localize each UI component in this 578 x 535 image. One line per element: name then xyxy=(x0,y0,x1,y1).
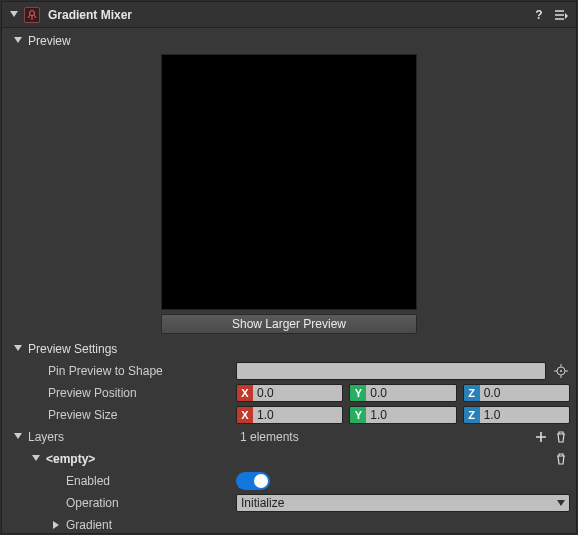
toggle-knob xyxy=(254,474,268,488)
hamburger-icon xyxy=(554,8,568,22)
target-icon xyxy=(554,364,568,378)
preview-size-x-value: 1.0 xyxy=(253,407,342,423)
axis-y-badge: Y xyxy=(350,385,366,401)
trash-icon xyxy=(555,453,567,465)
caret-down-icon[interactable] xyxy=(12,431,24,443)
caret-down-icon xyxy=(12,35,24,47)
preview-position-x-input[interactable]: X 0.0 xyxy=(236,384,343,402)
show-larger-preview-button[interactable]: Show Larger Preview xyxy=(161,314,417,334)
preview-position-row: Preview Position X 0.0 Y 0.0 Z 0.0 xyxy=(8,382,570,404)
preview-position-x-value: 0.0 xyxy=(253,385,342,401)
preview-position-y-input[interactable]: Y 0.0 xyxy=(349,384,456,402)
pin-preview-label: Pin Preview to Shape xyxy=(48,364,236,378)
pin-preview-input[interactable] xyxy=(236,362,546,380)
add-layer-button[interactable] xyxy=(534,430,548,444)
preview-size-x-input[interactable]: X 1.0 xyxy=(236,406,343,424)
layer-enabled-row: Enabled xyxy=(8,470,570,492)
plus-icon xyxy=(535,431,547,443)
axis-x-badge: X xyxy=(237,385,253,401)
preview-position-label: Preview Position xyxy=(48,386,236,400)
caret-down-icon xyxy=(30,453,42,465)
app-icon xyxy=(24,7,40,23)
layer-operation-row: Operation Initialize xyxy=(8,492,570,514)
caret-right-icon xyxy=(50,519,62,531)
layers-header: Layers 1 elements xyxy=(8,426,570,448)
layer-gradient-row[interactable]: Gradient xyxy=(8,514,570,533)
axis-x-badge: X xyxy=(237,407,253,423)
axis-z-badge: Z xyxy=(464,407,480,423)
preview-size-label: Preview Size xyxy=(48,408,236,422)
preview-position-z-input[interactable]: Z 0.0 xyxy=(463,384,570,402)
pin-target-button[interactable] xyxy=(552,362,570,380)
panel-expand-toggle[interactable] xyxy=(8,9,20,21)
delete-all-layers-button[interactable] xyxy=(554,430,568,444)
preview-position-z-value: 0.0 xyxy=(480,385,569,401)
help-icon: ? xyxy=(535,8,542,22)
trash-icon xyxy=(555,431,567,443)
preview-label: Preview xyxy=(28,34,71,48)
preview-size-y-input[interactable]: Y 1.0 xyxy=(349,406,456,424)
layer-enabled-toggle[interactable] xyxy=(236,472,270,490)
panel-title: Gradient Mixer xyxy=(48,8,530,22)
svg-point-2 xyxy=(560,370,562,372)
layer-name: <empty> xyxy=(46,452,554,466)
preview-settings-label: Preview Settings xyxy=(28,342,117,356)
layers-label: Layers xyxy=(28,430,64,444)
layers-count: 1 elements xyxy=(240,430,534,444)
layer-enabled-label: Enabled xyxy=(66,474,236,488)
layer-gradient-label: Gradient xyxy=(66,518,112,532)
show-larger-preview-label: Show Larger Preview xyxy=(232,317,346,331)
axis-y-badge: Y xyxy=(350,407,366,423)
layer-operation-label: Operation xyxy=(66,496,236,510)
layer-operation-dropdown[interactable]: Initialize xyxy=(236,494,570,512)
preview-size-z-value: 1.0 xyxy=(480,407,569,423)
preview-size-y-value: 1.0 xyxy=(366,407,455,423)
caret-down-icon xyxy=(12,343,24,355)
svg-point-0 xyxy=(30,10,35,15)
preview-size-row: Preview Size X 1.0 Y 1.0 Z 1.0 xyxy=(8,404,570,426)
preview-section-header[interactable]: Preview xyxy=(8,32,570,52)
preview-position-y-value: 0.0 xyxy=(366,385,455,401)
pin-preview-row: Pin Preview to Shape xyxy=(8,360,570,382)
panel-content: Preview Show Larger Preview Preview Sett… xyxy=(2,28,576,533)
preview-settings-header[interactable]: Preview Settings xyxy=(8,340,570,360)
layer-operation-value: Initialize xyxy=(241,496,284,510)
title-bar: Gradient Mixer ? xyxy=(2,2,576,28)
preview-size-z-input[interactable]: Z 1.0 xyxy=(463,406,570,424)
gradient-mixer-panel: Gradient Mixer ? Preview xyxy=(1,1,577,534)
panel-menu-button[interactable] xyxy=(552,6,570,24)
preview-viewport[interactable] xyxy=(161,54,417,310)
axis-z-badge: Z xyxy=(464,385,480,401)
layer-item-header[interactable]: <empty> xyxy=(8,448,570,470)
chevron-down-icon xyxy=(557,499,565,507)
delete-layer-button[interactable] xyxy=(554,452,568,466)
help-button[interactable]: ? xyxy=(530,6,548,24)
